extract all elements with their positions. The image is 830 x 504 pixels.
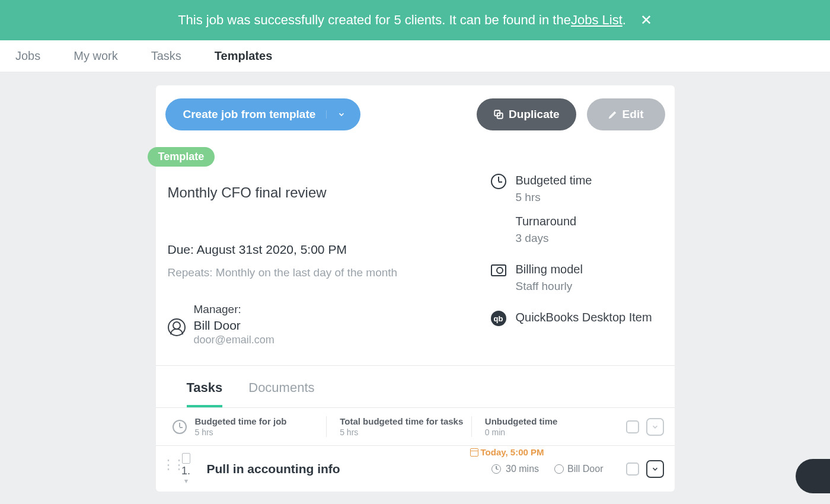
task-index: 1. [181, 465, 190, 477]
task-assignee: Bill Door [554, 464, 603, 474]
info-budgeted-time: Budgeted time 5 hrs Turnaround 3 days [491, 174, 663, 245]
task-due: Today, 5:00 PM [470, 447, 544, 457]
task-assignee-name: Bill Door [567, 464, 603, 474]
create-job-label: Create job from template [183, 108, 316, 121]
task-due-text: Today, 5:00 PM [481, 447, 544, 457]
duplicate-label: Duplicate [509, 108, 560, 121]
chevron-down-icon [651, 423, 659, 431]
budget-tasks-label: Total budgeted time for tasks [340, 416, 471, 426]
billing-label: Billing model [516, 263, 583, 276]
template-card: Create job from template Duplicate Edit … [156, 85, 675, 492]
budget-summary: Budgeted time for job 5 hrs Total budget… [156, 407, 675, 446]
chevron-down-icon [651, 465, 659, 473]
billing-value: Staff hourly [516, 280, 583, 293]
task-index-col: 1. ▾ [176, 453, 196, 484]
select-all-checkbox[interactable] [626, 420, 639, 433]
calendar-icon [470, 448, 478, 457]
document-icon [182, 453, 190, 464]
duplicate-button[interactable]: Duplicate [477, 98, 576, 130]
tab-tasks[interactable]: Tasks [151, 49, 181, 63]
chevron-down-icon[interactable]: ▾ [176, 477, 196, 484]
task-checkbox[interactable] [626, 462, 639, 476]
due-label: Due: [168, 243, 197, 256]
task-duration: 30 mins [491, 464, 539, 474]
action-row: Create job from template Duplicate Edit [156, 85, 675, 130]
template-badge: Template [148, 147, 215, 167]
task-name[interactable]: Pull in accounting info [207, 462, 492, 476]
subtabs: Tasks Documents [156, 366, 675, 407]
clock-icon [491, 174, 506, 189]
turnaround-label: Turnaround [516, 215, 592, 228]
budget-tasks-value: 5 hrs [340, 428, 471, 437]
quickbooks-label: QuickBooks Desktop Item [516, 311, 652, 324]
budget-unbudgeted-label: Unbudgeted time [485, 416, 617, 426]
manager-name: Bill Door [194, 318, 274, 333]
banner-text-trail: . [622, 12, 626, 28]
money-icon [491, 264, 506, 276]
template-title: Monthly CFO final review [168, 184, 467, 201]
manager-label: Manager: [194, 303, 274, 316]
budgeted-time-label: Budgeted time [516, 174, 592, 187]
budget-job-label: Budgeted time for job [195, 416, 327, 426]
clock-icon [491, 464, 501, 474]
copy-icon [493, 109, 504, 120]
tab-jobs[interactable]: Jobs [15, 49, 40, 63]
budgeted-time-value: 5 hrs [516, 191, 592, 204]
budget-unbudgeted-value: 0 min [485, 428, 617, 437]
success-banner: This job was successfully created for 5 … [0, 0, 830, 40]
help-chat-button[interactable] [796, 459, 830, 493]
jobs-list-link[interactable]: Jobs List [571, 12, 622, 28]
edit-label: Edit [622, 108, 644, 121]
chevron-down-icon[interactable] [326, 110, 347, 119]
subtab-tasks[interactable]: Tasks [187, 380, 223, 407]
info-billing: Billing model Staff hourly [491, 263, 663, 293]
budget-job-value: 5 hrs [195, 428, 327, 437]
manager-email: door@email.com [194, 334, 274, 346]
due-value: August 31st 2020, 5:00 PM [197, 243, 347, 256]
user-icon [168, 318, 186, 336]
repeats-line: Repeats: Monthly on the last day of the … [168, 266, 467, 279]
manager-block: Manager: Bill Door door@email.com [168, 303, 467, 346]
repeats-value: Monthly on the last day of the month [216, 266, 397, 279]
tab-my-work[interactable]: My work [74, 49, 117, 63]
edit-button[interactable]: Edit [587, 98, 665, 130]
top-nav: Jobs My work Tasks Templates [0, 40, 830, 72]
expand-all-toggle[interactable] [646, 418, 664, 436]
due-line: Due: August 31st 2020, 5:00 PM [168, 243, 467, 257]
close-icon[interactable]: ✕ [640, 12, 652, 28]
info-quickbooks: qb QuickBooks Desktop Item [491, 311, 663, 326]
task-duration-text: 30 mins [506, 464, 539, 474]
turnaround-value: 3 days [516, 232, 592, 245]
tab-templates[interactable]: Templates [215, 49, 272, 63]
task-expand-toggle[interactable] [646, 460, 664, 478]
drag-handle-icon[interactable]: ⋮⋮ [162, 457, 173, 481]
subtab-documents[interactable]: Documents [248, 380, 314, 407]
pencil-icon [608, 110, 618, 119]
repeats-label: Repeats: [168, 266, 216, 279]
banner-text: This job was successfully created for 5 … [178, 12, 571, 28]
task-row: ⋮⋮ 1. ▾ Pull in accounting info Today, 5… [156, 446, 675, 492]
clock-icon [173, 420, 187, 434]
user-icon [554, 464, 564, 474]
create-job-button[interactable]: Create job from template [165, 98, 361, 130]
quickbooks-icon: qb [491, 311, 506, 326]
